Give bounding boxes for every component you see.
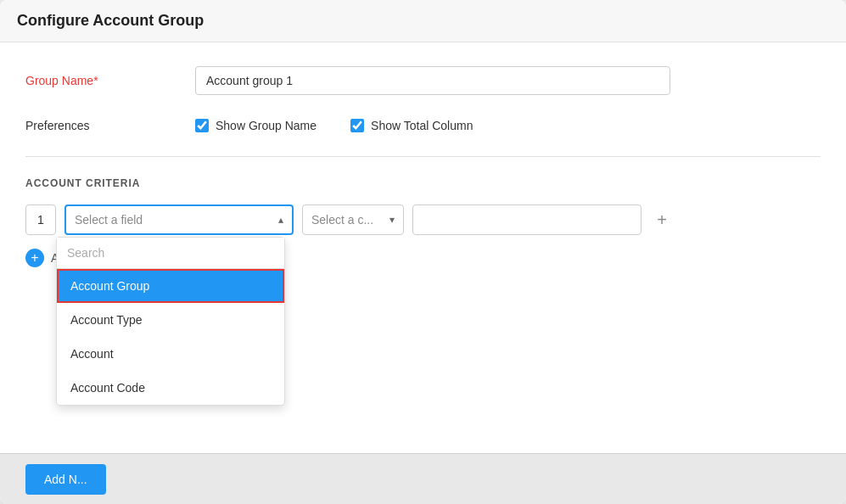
show-total-column-label: Show Total Column	[371, 119, 473, 132]
page-title: Configure Account Group	[17, 12, 829, 30]
show-group-name-checkbox[interactable]	[195, 119, 209, 132]
add-circle-plus: +	[31, 250, 38, 266]
section-divider	[25, 156, 821, 157]
value-input[interactable]	[412, 204, 642, 235]
plus-icon: +	[657, 210, 667, 230]
chevron-up-icon: ▴	[278, 214, 283, 226]
chevron-down-icon: ▾	[389, 214, 395, 226]
checkbox-group: Show Group Name Show Total Column	[195, 119, 473, 132]
show-total-column-checkbox[interactable]	[350, 119, 364, 132]
dropdown-search-input[interactable]	[57, 238, 284, 269]
select-condition-label: Select a c...	[311, 213, 373, 227]
select-field-label: Select a field	[75, 213, 143, 227]
account-criteria-title: ACCOUNT CRITERIA	[25, 177, 821, 189]
main-content: Group Name* Preferences Show Group Name …	[0, 42, 846, 311]
group-name-row: Group Name*	[25, 66, 821, 95]
criteria-row: 1 Select a field ▴ Select a c... ▾ +	[25, 204, 821, 235]
dropdown-item-account-group[interactable]: Account Group	[57, 269, 284, 303]
show-group-name-label: Show Group Name	[216, 119, 317, 132]
title-bar: Configure Account Group	[0, 0, 846, 42]
dropdown-item-account[interactable]: Account	[57, 337, 284, 371]
main-window: Configure Account Group Group Name* Pref…	[0, 0, 846, 504]
show-total-column-item: Show Total Column	[350, 119, 473, 132]
preferences-label: Preferences	[25, 119, 195, 132]
select-field-dropdown[interactable]: Select a field ▴	[64, 204, 294, 235]
add-criteria-button[interactable]: +	[650, 208, 674, 232]
dropdown-item-account-code[interactable]: Account Code	[57, 371, 284, 405]
group-name-input[interactable]	[195, 66, 670, 95]
preferences-row: Preferences Show Group Name Show Total C…	[25, 119, 821, 132]
add-new-button[interactable]: Add N...	[25, 464, 106, 495]
show-group-name-item: Show Group Name	[195, 119, 317, 132]
bottom-bar: Add N...	[0, 453, 846, 504]
group-name-label: Group Name*	[25, 74, 195, 87]
dropdown-item-account-type[interactable]: Account Type	[57, 303, 284, 337]
row-number: 1	[25, 204, 56, 235]
field-dropdown-menu: Account Group Account Type Account Accou…	[56, 237, 285, 406]
add-circle-icon[interactable]: +	[25, 249, 44, 267]
select-condition-dropdown[interactable]: Select a c... ▾	[302, 204, 404, 235]
